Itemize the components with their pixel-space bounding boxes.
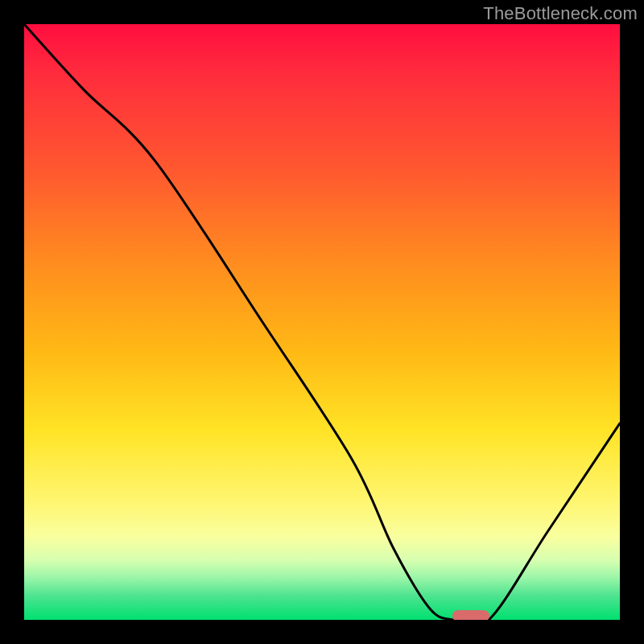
chart-frame: TheBottleneck.com <box>0 0 644 644</box>
bottleneck-curve <box>24 24 620 620</box>
watermark-text: TheBottleneck.com <box>483 3 638 24</box>
optimal-marker <box>452 610 489 620</box>
curve-layer <box>24 24 620 620</box>
